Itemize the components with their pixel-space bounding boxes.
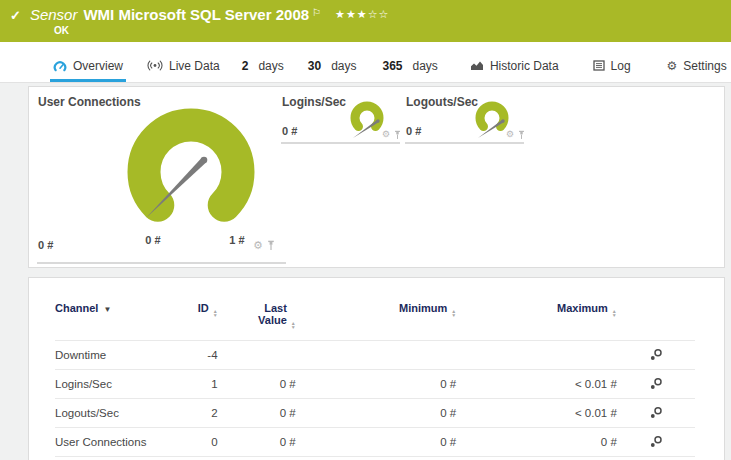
tab-settings[interactable]: ⚙ Settings (664, 52, 730, 82)
column-header-maximum-label: Maximum (557, 302, 608, 314)
logins-gauge-title: Logins/Sec (282, 95, 346, 109)
channels-panel: Channel▼ ID▲▼ Last Value▲▼ Minimum▲▼ Max… (28, 277, 725, 460)
column-header-channel-label: Channel (55, 302, 98, 314)
status-ok-check-icon: ✓ (10, 8, 21, 23)
cell-minimum: 0 # (296, 370, 457, 399)
channel-settings-icon[interactable] (649, 435, 663, 448)
tab-30-days[interactable]: 30days (305, 52, 360, 82)
live-data-icon (147, 60, 163, 71)
cell-channel: Logouts/Sec (55, 399, 165, 428)
cell-id: 1 (165, 370, 217, 399)
gauges-panel: User Connections 0 # 1 # 0 # ⚙ Logins/Se… (28, 86, 725, 268)
sensor-page: ✓ Sensor WMI Microsoft SQL Server 2008 ⚐… (0, 0, 731, 460)
tab-overview[interactable]: Overview (50, 52, 126, 82)
tab-log[interactable]: Log (590, 52, 634, 82)
cell-id: 2 (165, 399, 217, 428)
gauge-icon (53, 60, 67, 72)
sort-toggle-icon: ▲▼ (291, 321, 296, 329)
logouts-gauge-underline (405, 142, 524, 144)
tab-30-days-label: days (331, 59, 356, 73)
cell-channel: Logins/Sec (55, 370, 165, 399)
gauge-settings-gear-icon[interactable]: ⚙ (382, 130, 390, 139)
column-header-last-value-label: Last Value (253, 302, 287, 326)
table-row-user-connections[interactable]: User Connections 0 0 # 0 # 0 # (55, 428, 695, 457)
sensor-banner: ✓ Sensor WMI Microsoft SQL Server 2008 ⚐… (0, 0, 731, 42)
historic-data-icon (470, 60, 484, 71)
tab-2-days[interactable]: 2days (239, 52, 287, 82)
tab-bar: Overview Live Data 2days 30days 365days (0, 42, 731, 83)
pin-icon[interactable] (518, 130, 525, 140)
tab-365-days[interactable]: 365days (379, 52, 440, 82)
tab-2-days-label: days (258, 59, 283, 73)
column-header-minimum-label: Minimum (399, 302, 447, 314)
sort-toggle-icon: ▲▼ (612, 309, 617, 317)
tab-live-data-label: Live Data (169, 59, 220, 73)
column-header-actions (617, 296, 695, 341)
priority-stars[interactable]: ★★★☆☆ (335, 8, 389, 21)
table-row-downtime[interactable]: Downtime -4 (55, 341, 695, 370)
tab-historic-data-label: Historic Data (490, 59, 559, 73)
tab-30-days-number: 30 (308, 59, 321, 73)
tab-2-days-number: 2 (242, 59, 249, 73)
tab-live-data[interactable]: Live Data (144, 52, 223, 82)
logins-gauge-underline (281, 142, 400, 144)
primary-gauge-value: 0 # (38, 239, 53, 251)
primary-gauge-scale-max: 1 # (217, 234, 257, 246)
tab-settings-label: Settings (683, 59, 726, 73)
cell-id: 0 (165, 428, 217, 457)
column-header-id-label: ID (198, 302, 209, 314)
logouts-gauge-title: Logouts/Sec (406, 95, 478, 109)
settings-gear-icon: ⚙ (667, 60, 678, 72)
cell-last-value: 0 # (218, 428, 296, 457)
primary-gauge-scale-min: 0 # (133, 234, 173, 246)
cell-maximum: < 0.01 # (456, 399, 617, 428)
tab-365-days-number: 365 (382, 59, 402, 73)
cell-maximum (456, 341, 617, 370)
channels-table: Channel▼ ID▲▼ Last Value▲▼ Minimum▲▼ Max… (55, 296, 695, 457)
sensor-kind-label: Sensor (30, 6, 78, 23)
cell-last-value (218, 341, 296, 370)
cell-id: -4 (165, 341, 217, 370)
column-header-last-value[interactable]: Last Value▲▼ (218, 296, 296, 341)
logouts-gauge-value: 0 # (406, 125, 421, 137)
tab-overview-label: Overview (73, 59, 123, 73)
tab-365-days-label: days (413, 59, 438, 73)
gauge-settings-gear-icon[interactable]: ⚙ (253, 240, 263, 251)
pin-icon[interactable] (394, 130, 401, 140)
cell-minimum: 0 # (296, 428, 457, 457)
gauge-settings-gear-icon[interactable]: ⚙ (506, 130, 514, 139)
user-connections-gauge (119, 103, 299, 239)
column-header-maximum[interactable]: Maximum▲▼ (456, 296, 617, 341)
channel-settings-icon[interactable] (649, 377, 663, 390)
cell-channel: Downtime (55, 341, 165, 370)
cell-minimum: 0 # (296, 399, 457, 428)
table-row-logins[interactable]: Logins/Sec 1 0 # 0 # < 0.01 # (55, 370, 695, 399)
cell-maximum: < 0.01 # (456, 370, 617, 399)
table-row-logouts[interactable]: Logouts/Sec 2 0 # 0 # < 0.01 # (55, 399, 695, 428)
sort-toggle-icon: ▲▼ (451, 309, 456, 317)
column-header-channel[interactable]: Channel▼ (55, 296, 165, 341)
cell-last-value: 0 # (218, 399, 296, 428)
sensor-title: WMI Microsoft SQL Server 2008 (83, 6, 309, 23)
flag-icon[interactable]: ⚐ (312, 7, 321, 18)
primary-gauge-underline (37, 262, 286, 264)
column-header-id[interactable]: ID▲▼ (165, 296, 217, 341)
column-header-minimum[interactable]: Minimum▲▼ (296, 296, 457, 341)
sensor-status-text: OK (54, 25, 731, 36)
channel-settings-icon[interactable] (649, 348, 663, 361)
table-header-row: Channel▼ ID▲▼ Last Value▲▼ Minimum▲▼ Max… (55, 296, 695, 341)
cell-last-value: 0 # (218, 370, 296, 399)
sort-toggle-icon: ▲▼ (213, 309, 218, 317)
pin-icon[interactable] (267, 240, 275, 251)
cell-minimum (296, 341, 457, 370)
sort-desc-icon: ▼ (103, 305, 111, 314)
logins-gauge-value: 0 # (282, 125, 297, 137)
channel-settings-icon[interactable] (649, 406, 663, 419)
tab-historic-data[interactable]: Historic Data (467, 52, 562, 82)
cell-channel: User Connections (55, 428, 165, 457)
log-icon (593, 60, 605, 71)
cell-maximum: 0 # (456, 428, 617, 457)
tab-log-label: Log (611, 59, 631, 73)
